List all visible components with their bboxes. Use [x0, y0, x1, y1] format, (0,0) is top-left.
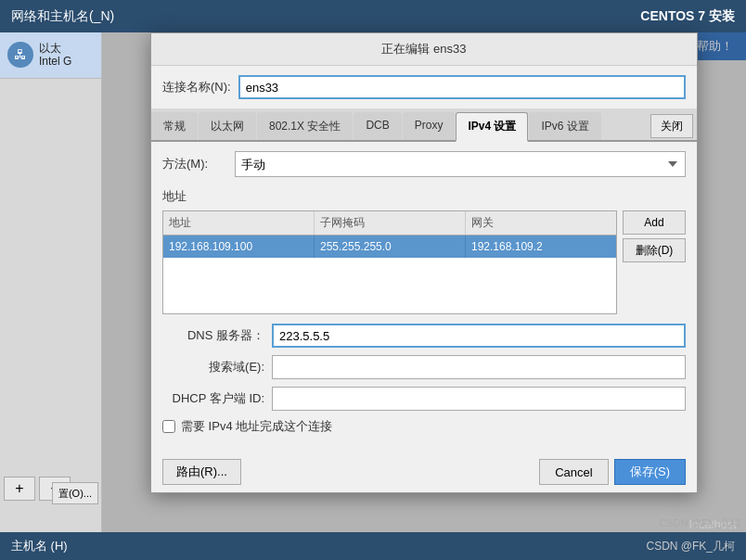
cancel-button[interactable]: Cancel	[539, 459, 608, 485]
search-domain-row: 搜索域(E):	[162, 355, 686, 379]
address-section-title: 地址	[162, 188, 686, 205]
dns-input[interactable]	[272, 324, 686, 348]
col-header-subnet: 子网掩码	[315, 211, 466, 235]
conn-name-input[interactable]	[238, 75, 686, 99]
search-input[interactable]	[272, 355, 686, 379]
col-header-ip: 地址	[163, 211, 315, 235]
connection-name-row: 连接名称(N):	[151, 66, 697, 108]
tab-ipv4[interactable]: IPv4 设置	[456, 112, 528, 142]
bottom-bar: 主机名 (H) CSDN @FK_几柯	[0, 532, 746, 560]
delete-address-button[interactable]: 删除(D)	[623, 238, 686, 262]
dialog-bottom: 路由(R)... Cancel 保存(S)	[151, 452, 697, 492]
tab-bar: 常规 以太网 802.1X 安全性 DCB Proxy IPv4 设置 IPv6…	[151, 108, 697, 142]
address-table-header: 地址 子网掩码 网关	[163, 211, 616, 235]
watermark: CSDN @FK_几柯	[646, 539, 735, 554]
sidebar-item-label: 以太 Intel G	[39, 42, 71, 69]
cell-ip: 192.168.109.100	[163, 235, 315, 258]
ipv4-required-checkbox[interactable]	[162, 420, 175, 433]
watermark-text: CSDN @FK_几柯	[659, 516, 740, 530]
address-table-row[interactable]: 192.168.109.100 255.255.255.0 192.168.10…	[163, 235, 616, 258]
method-select[interactable]: 手动	[235, 151, 686, 177]
close-button[interactable]: 关闭	[650, 114, 693, 138]
save-button[interactable]: 保存(S)	[614, 459, 686, 485]
method-label: 方法(M):	[162, 156, 227, 172]
edit-connection-dialog: 正在编辑 ens33 连接名称(N): 常规 以太网 802.1X 安全性 DC…	[150, 32, 698, 493]
route-button[interactable]: 路由(R)...	[162, 459, 241, 485]
dns-label: DNS 服务器：	[162, 327, 264, 344]
tab-ethernet[interactable]: 以太网	[199, 112, 256, 140]
dhcp-input[interactable]	[272, 387, 686, 411]
settings-area: 置(O)...	[0, 482, 102, 504]
hostname-label: 主机名 (H)	[11, 538, 68, 554]
method-row: 方法(M): 手动	[162, 151, 686, 177]
dns-row: DNS 服务器：	[162, 324, 686, 348]
checkbox-row: 需要 IPv4 地址完成这个连接	[162, 418, 686, 435]
dialog-action-buttons: Cancel 保存(S)	[539, 459, 686, 485]
dialog-overlay: 正在编辑 ens33 连接名称(N): 常规 以太网 802.1X 安全性 DC…	[102, 32, 746, 532]
conn-name-label: 连接名称(N):	[162, 79, 231, 95]
address-empty-space	[163, 258, 616, 313]
tab-dcb[interactable]: DCB	[354, 112, 401, 140]
address-table: 地址 子网掩码 网关 192.168.109.100 255.255.255.0…	[162, 210, 617, 314]
address-area: 地址 子网掩码 网关 192.168.109.100 255.255.255.0…	[162, 210, 686, 314]
add-address-button[interactable]: Add	[623, 210, 686, 235]
sidebar-item-ethernet[interactable]: 🖧 以太 Intel G	[0, 32, 101, 79]
dialog-content: 方法(M): 手动 地址 地址 子网掩码 网关 192.168	[151, 142, 697, 452]
dhcp-row: DHCP 客户端 ID:	[162, 387, 686, 411]
dialog-title: 正在编辑 ens33	[381, 42, 466, 56]
ethernet-icon: 🖧	[7, 42, 33, 68]
tab-general[interactable]: 常规	[151, 112, 198, 140]
settings-button[interactable]: 置(O)...	[52, 482, 98, 504]
cell-subnet: 255.255.255.0	[315, 235, 466, 258]
col-header-gateway: 网关	[466, 211, 616, 235]
window-title: 网络和主机名(_N)	[11, 8, 114, 25]
address-buttons: Add 删除(D)	[623, 210, 686, 314]
checkbox-label: 需要 IPv4 地址完成这个连接	[181, 418, 332, 435]
tab-ipv6[interactable]: IPv6 设置	[529, 112, 600, 140]
cell-gateway: 192.168.109.2	[466, 235, 616, 258]
sidebar: 🖧 以太 Intel G + −	[0, 32, 102, 560]
dialog-titlebar: 正在编辑 ens33	[151, 33, 697, 66]
dhcp-label: DHCP 客户端 ID:	[162, 390, 264, 407]
tab-8021x[interactable]: 802.1X 安全性	[257, 112, 353, 140]
app-title: CENTOS 7 安装	[640, 8, 735, 25]
search-label: 搜索域(E):	[162, 359, 264, 375]
top-bar: 网络和主机名(_N) CENTOS 7 安装	[0, 0, 746, 32]
tab-proxy[interactable]: Proxy	[403, 112, 456, 140]
